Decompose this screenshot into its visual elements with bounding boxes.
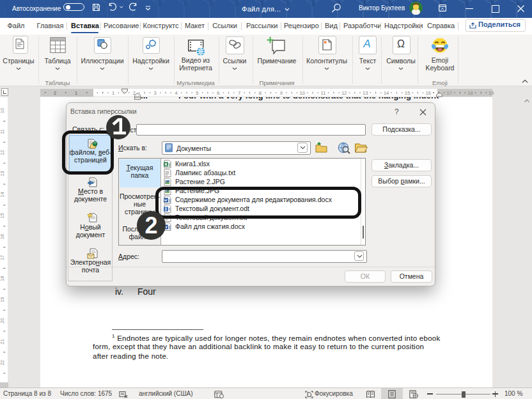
svg-text:8: 8: [259, 90, 262, 96]
svg-text:17: 17: [446, 90, 451, 96]
svg-text:16: 16: [0, 234, 5, 239]
svg-text:12: 12: [341, 90, 347, 96]
svg-text:11: 11: [0, 129, 5, 134]
svg-text:18: 18: [0, 276, 5, 281]
svg-text:19: 19: [0, 297, 5, 302]
svg-text:17: 17: [0, 255, 5, 260]
svg-text:11: 11: [321, 90, 326, 96]
svg-text:12: 12: [0, 150, 5, 155]
svg-text:10: 10: [299, 90, 304, 96]
svg-text:5: 5: [196, 90, 198, 96]
svg-text:15: 15: [405, 90, 410, 96]
svg-text:13: 13: [0, 171, 5, 176]
svg-text:1: 1: [112, 90, 114, 96]
svg-text:1: 1: [75, 90, 77, 96]
svg-text:10: 10: [0, 108, 5, 113]
svg-text:2: 2: [54, 90, 56, 96]
svg-text:9: 9: [280, 90, 283, 96]
svg-text:16: 16: [426, 90, 431, 96]
svg-text:7: 7: [238, 90, 240, 96]
svg-text:22: 22: [0, 360, 5, 365]
svg-text:15: 15: [0, 213, 5, 218]
svg-text:19: 19: [489, 90, 494, 96]
svg-text:4: 4: [175, 90, 177, 96]
svg-text:14: 14: [0, 192, 5, 197]
svg-text:20: 20: [0, 318, 5, 323]
svg-text:18: 18: [467, 90, 473, 96]
svg-text:6: 6: [217, 90, 219, 96]
svg-text:14: 14: [384, 90, 389, 96]
svg-text:3: 3: [154, 90, 157, 96]
svg-text:13: 13: [363, 90, 368, 96]
svg-text:21: 21: [0, 339, 5, 344]
